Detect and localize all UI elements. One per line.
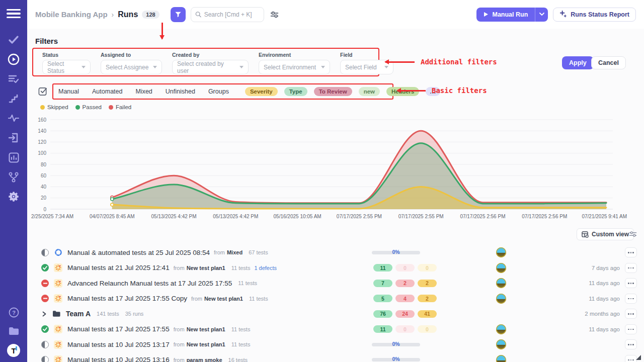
avatar[interactable] (496, 339, 506, 349)
filter-link-groups[interactable]: Groups (208, 88, 229, 95)
avatar[interactable] (496, 247, 506, 257)
cancel-button[interactable]: Cancel (591, 56, 626, 69)
failed-badge: 4 (395, 295, 415, 302)
row-more-button[interactable] (625, 263, 637, 273)
filter-group-environment: Environment Select Environment (259, 52, 330, 75)
group-name[interactable]: Team A (66, 310, 91, 318)
avatar[interactable] (496, 278, 506, 288)
tests-check-icon[interactable] (8, 34, 20, 45)
tests-count: 11 tests (231, 341, 251, 347)
from-label: from (174, 265, 185, 271)
manual-run-dropdown-button[interactable] (535, 8, 548, 22)
legend-item-passed[interactable]: Passed (75, 104, 102, 110)
filter-chip-headers[interactable]: Headers (386, 87, 419, 96)
status-passed-icon (41, 325, 49, 333)
run-row[interactable]: Manual tests at 21 Jul 2025 12:41 from N… (27, 260, 644, 276)
branch-icon[interactable] (8, 171, 20, 183)
assignee-select[interactable]: Select Assignee (101, 60, 162, 74)
skipped-badge: 0 (418, 264, 437, 272)
import-icon[interactable] (8, 132, 20, 143)
row-more-button[interactable] (625, 355, 637, 362)
filter-link-automated[interactable]: Automated (92, 88, 122, 95)
legend-item-skipped[interactable]: Skipped (40, 104, 68, 110)
row-more-button[interactable] (625, 339, 637, 349)
result-badges: 11 0 0 (373, 325, 437, 333)
legend-item-failed[interactable]: Failed (109, 104, 131, 110)
run-name[interactable]: Manual tests at 17 Jul 2025 17:55 Copy (67, 295, 187, 302)
compose-run-icon[interactable] (38, 86, 48, 98)
steps-icon[interactable] (8, 93, 20, 104)
run-name[interactable]: Manual tests at 10 Jul 2025 13:17 (67, 341, 170, 348)
avatar[interactable] (496, 324, 506, 334)
help-icon[interactable]: ? (8, 307, 20, 318)
custom-view-button[interactable]: Custom view (577, 228, 634, 240)
filter-chip-severity[interactable]: Severity (245, 87, 278, 96)
view-settings-icon[interactable] (629, 230, 637, 240)
run-row[interactable]: Advanced Relaunch Manual tests at 17 Jul… (27, 276, 644, 291)
row-more-button[interactable] (625, 278, 637, 288)
group-row[interactable]: Team A 141 tests 35 runs 76 24 41 2 mont… (27, 306, 644, 322)
row-more-button[interactable] (625, 309, 637, 319)
failed-badge: 24 (395, 310, 415, 318)
search-input[interactable] (204, 11, 260, 18)
svg-text:05/13/2025 4:42 PM: 05/13/2025 4:42 PM (213, 214, 258, 219)
filter-chip-type[interactable]: Type (284, 87, 307, 96)
run-row[interactable]: Manual & automated tests at 25 Jul 2025 … (27, 245, 644, 260)
svg-text:2/25/2025 7:34 AM: 2/25/2025 7:34 AM (31, 214, 73, 219)
svg-text:100: 100 (38, 150, 46, 156)
analytics-icon[interactable] (8, 152, 20, 163)
sparkle-icon (559, 11, 567, 18)
annotation-arrow-additional (385, 61, 415, 63)
status-passed-icon (41, 264, 49, 272)
manual-run-button[interactable]: Manual Run (476, 8, 535, 22)
filter-link-manual[interactable]: Manual (58, 88, 79, 95)
filter-link-unfinished[interactable]: Unfinished (166, 88, 195, 95)
filter-group-created-by: Created by Select created by user (172, 52, 249, 75)
search-box[interactable] (191, 7, 264, 22)
hamburger-menu-icon[interactable] (7, 7, 21, 20)
search-icon (195, 11, 201, 18)
breadcrumb-project[interactable]: Mobile Banking App (35, 10, 108, 19)
run-row[interactable]: Manual tests at 17 Jul 2025 17:55 from N… (27, 322, 644, 337)
run-name[interactable]: Manual tests at 10 Jul 2025 13:16 (67, 356, 170, 362)
status-select[interactable]: Select Status (42, 60, 91, 74)
test-plans-icon[interactable] (8, 73, 20, 84)
run-name[interactable]: Manual tests at 21 Jul 2025 12:41 (67, 264, 170, 272)
search-settings-icon[interactable] (270, 11, 279, 19)
result-badges: 76 24 41 (373, 310, 437, 318)
created-by-select[interactable]: Select created by user (172, 60, 249, 74)
defects-link[interactable]: 1 defects (254, 265, 277, 271)
pulse-icon[interactable] (8, 113, 20, 124)
run-row[interactable]: Manual tests at 10 Jul 2025 13:17 from N… (27, 337, 644, 352)
avatar[interactable] (496, 294, 506, 304)
runs-status-report-button[interactable]: Runs Status Report (553, 8, 636, 22)
filter-chip-to-review[interactable]: To Review (314, 87, 352, 96)
runs-list: Manual & automated tests at 25 Jul 2025 … (27, 245, 644, 362)
filter-link-mixed[interactable]: Mixed (135, 88, 152, 95)
row-more-button[interactable] (625, 324, 637, 334)
runs-play-icon[interactable] (8, 54, 20, 65)
run-row[interactable]: Manual tests at 17 Jul 2025 17:55 Copy f… (27, 291, 644, 307)
apply-button[interactable]: Apply (562, 56, 594, 69)
svg-text:120: 120 (38, 139, 46, 145)
run-row[interactable]: Manual tests at 10 Jul 2025 13:16 from p… (27, 352, 644, 362)
annotation-additional-filters: Additional filters (421, 58, 497, 66)
run-source: New test plan1 (204, 296, 243, 302)
projects-folder-icon[interactable] (8, 325, 20, 336)
filter-chip-new[interactable]: new (359, 87, 380, 96)
avatar[interactable] (496, 355, 506, 362)
run-progress: 0% (372, 356, 420, 362)
filter-toggle-button[interactable] (171, 7, 186, 22)
settings-gear-icon[interactable] (8, 191, 20, 202)
run-name[interactable]: Advanced Relaunch Manual tests at 17 Jul… (67, 280, 232, 287)
avatar[interactable] (496, 263, 506, 273)
row-more-button[interactable] (625, 247, 637, 257)
app-logo[interactable]: T (7, 344, 20, 357)
row-more-button[interactable] (625, 294, 637, 304)
svg-text:?: ? (12, 309, 16, 315)
filters-title: Filters (35, 37, 58, 45)
environment-select[interactable]: Select Environment (259, 60, 330, 74)
expand-chevron-icon[interactable] (42, 311, 46, 317)
run-name[interactable]: Manual & automated tests at 25 Jul 2025 … (67, 249, 210, 256)
run-name[interactable]: Manual tests at 17 Jul 2025 17:55 (67, 325, 170, 333)
